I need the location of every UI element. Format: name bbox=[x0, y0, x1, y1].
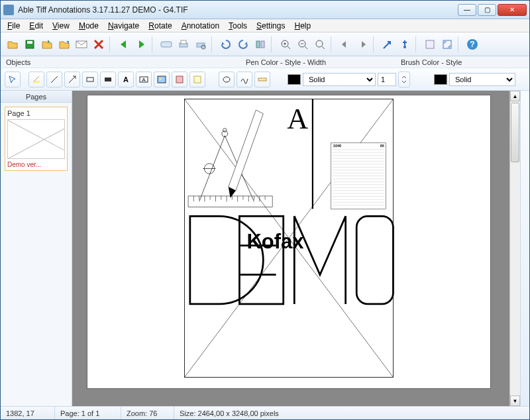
svg-rect-14 bbox=[426, 40, 434, 48]
next-icon[interactable] bbox=[133, 36, 149, 52]
menubar: Filedocument.currentScript.previousEleme… bbox=[1, 19, 529, 32]
pages-header: Pages bbox=[1, 91, 72, 103]
app-window: Able Tiff Annotations 3.17.11.27 DEMO - … bbox=[0, 0, 530, 420]
thumb-demo-text: Demo ver... bbox=[7, 161, 65, 168]
svg-rect-83 bbox=[356, 216, 393, 304]
save-icon[interactable] bbox=[22, 36, 38, 52]
save-as-icon[interactable] bbox=[39, 36, 55, 52]
print-preview-icon[interactable] bbox=[193, 36, 209, 52]
zoom-out-icon[interactable] bbox=[295, 36, 311, 52]
ellipse-tool-icon[interactable] bbox=[219, 72, 235, 87]
textbox-tool-icon[interactable]: A bbox=[136, 72, 152, 87]
menu-view[interactable]: View bbox=[48, 20, 74, 32]
svg-rect-3 bbox=[161, 42, 172, 47]
menu-navigate[interactable]: Navigate bbox=[104, 20, 143, 32]
open-icon[interactable] bbox=[5, 36, 21, 52]
page-thumbnail[interactable]: Page 1 Demo ver... bbox=[5, 107, 68, 171]
demo-outline bbox=[190, 216, 394, 304]
pointer-tool-icon[interactable] bbox=[5, 72, 21, 87]
main-toolbar: ? bbox=[1, 32, 529, 56]
svg-point-13 bbox=[403, 46, 406, 48]
flip-icon[interactable] bbox=[252, 36, 268, 52]
pen-style-combo[interactable]: Solid bbox=[303, 73, 376, 86]
status-zoom: Zoom: 76 bbox=[121, 407, 174, 419]
window-title: Able Tiff Annotations 3.17.11.27 DEMO - … bbox=[18, 5, 458, 15]
export-icon[interactable] bbox=[56, 36, 72, 52]
objects-label: Objects bbox=[6, 58, 246, 66]
zoom-fit-icon[interactable] bbox=[312, 36, 328, 52]
thumb-image bbox=[7, 119, 65, 159]
filled-rect-tool-icon[interactable] bbox=[100, 72, 116, 87]
maximize-button[interactable]: ▢ bbox=[478, 4, 496, 16]
ruler-tool-icon[interactable] bbox=[254, 72, 270, 87]
rotate-right-icon[interactable] bbox=[235, 36, 251, 52]
canvas-area[interactable]: A bbox=[72, 91, 509, 406]
menu-edit[interactable]: Edit bbox=[25, 20, 47, 32]
mail-icon[interactable] bbox=[74, 36, 89, 52]
svg-rect-19 bbox=[87, 78, 93, 81]
svg-rect-24 bbox=[158, 76, 166, 83]
annot-pin-icon[interactable] bbox=[397, 36, 413, 52]
annotation-toolbar: A A Solid Solid bbox=[1, 68, 529, 91]
svg-rect-1 bbox=[27, 41, 32, 44]
image-tool-icon[interactable] bbox=[154, 72, 170, 87]
stamp-tool-icon[interactable] bbox=[172, 72, 187, 87]
rotate-left-icon[interactable] bbox=[218, 36, 234, 52]
svg-rect-26 bbox=[176, 76, 183, 83]
svg-rect-80 bbox=[239, 216, 283, 304]
pen-color-swatch[interactable] bbox=[288, 74, 301, 85]
scroll-thumb[interactable] bbox=[511, 103, 519, 162]
svg-point-12 bbox=[316, 40, 323, 47]
highlighter-tool-icon[interactable] bbox=[28, 72, 44, 87]
rect-tool-icon[interactable] bbox=[82, 72, 98, 87]
svg-rect-5 bbox=[181, 40, 186, 44]
zoom-in-icon[interactable] bbox=[278, 36, 293, 52]
menu-rotate[interactable]: Rotate bbox=[144, 20, 176, 32]
menu-annotation[interactable]: Annotation bbox=[178, 20, 223, 32]
freehand-tool-icon[interactable] bbox=[237, 72, 252, 87]
pencil-drawing bbox=[229, 110, 263, 198]
menu-file[interactable]: Filedocument.currentScript.previousEleme… bbox=[3, 20, 24, 32]
document-viewport: A bbox=[72, 91, 529, 406]
form-1040-drawing: 1040 86 bbox=[331, 143, 386, 209]
brush-color-swatch[interactable] bbox=[434, 74, 447, 85]
prev-icon[interactable] bbox=[116, 36, 132, 52]
scan-icon[interactable] bbox=[158, 36, 174, 52]
status-page: Page: 1 of 1 bbox=[55, 407, 121, 419]
status-size: Size: 2464,00 x 3248,00 pixels bbox=[174, 407, 529, 419]
nav-back-icon[interactable] bbox=[337, 36, 353, 52]
pen-width-input[interactable] bbox=[378, 73, 396, 86]
pages-panel: Pages Page 1 Demo ver... bbox=[1, 91, 72, 406]
svg-text:?: ? bbox=[470, 40, 474, 49]
menu-help[interactable]: Help bbox=[290, 20, 315, 32]
text-tool-icon[interactable]: A bbox=[118, 72, 134, 87]
brush-style-combo[interactable]: Solid bbox=[449, 73, 515, 86]
brush-label: Brush Color - Style bbox=[401, 58, 462, 66]
print-icon[interactable] bbox=[176, 36, 191, 52]
menu-tools[interactable]: Tools bbox=[225, 20, 251, 32]
scroll-up-icon[interactable]: ▲ bbox=[510, 91, 520, 101]
minimize-button[interactable]: — bbox=[458, 4, 476, 16]
close-button[interactable]: ✕ bbox=[498, 4, 527, 16]
svg-rect-29 bbox=[258, 78, 266, 81]
vertical-scrollbar[interactable]: ▲ ▼ bbox=[509, 91, 520, 406]
statusbar: 1382, 17 Page: 1 of 1 Zoom: 76 Size: 246… bbox=[1, 406, 529, 419]
options-icon[interactable] bbox=[422, 36, 438, 52]
nav-fwd-icon[interactable] bbox=[354, 36, 370, 52]
menu-settings[interactable]: Settings bbox=[252, 20, 289, 32]
svg-point-25 bbox=[160, 78, 162, 79]
svg-text:1040: 1040 bbox=[333, 144, 341, 148]
app-icon bbox=[3, 5, 14, 15]
arrow-tool-icon[interactable] bbox=[64, 72, 80, 87]
sub-labels-bar: Objects Pen Color - Style - Width Brush … bbox=[1, 56, 529, 68]
scroll-down-icon[interactable]: ▼ bbox=[510, 395, 520, 406]
fullscreen-icon[interactable] bbox=[439, 36, 455, 52]
annot-arrow-icon[interactable] bbox=[380, 36, 396, 52]
pen-width-spinner[interactable] bbox=[398, 72, 410, 87]
menu-mode[interactable]: Mode bbox=[75, 20, 103, 32]
svg-point-28 bbox=[223, 77, 230, 82]
help-icon[interactable]: ? bbox=[464, 36, 480, 52]
line-tool-icon[interactable] bbox=[46, 72, 62, 87]
delete-icon[interactable] bbox=[91, 36, 107, 52]
note-tool-icon[interactable] bbox=[189, 72, 205, 87]
